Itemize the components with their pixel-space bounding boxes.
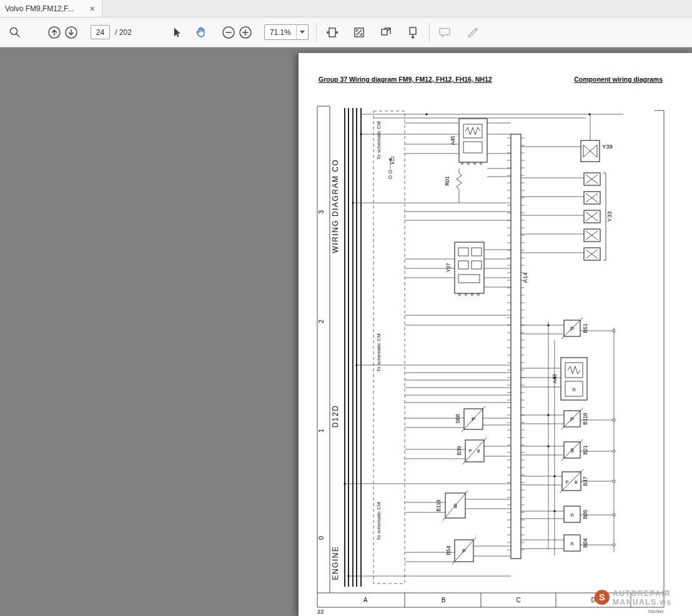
component-a45: A45 <box>450 119 487 165</box>
zoom-in-button[interactable] <box>237 24 254 41</box>
sensor-symbol-pressure: P <box>565 479 568 485</box>
toolbar-divider <box>316 23 317 42</box>
component-a14: A14 <box>507 134 528 559</box>
hand-tool-button[interactable] <box>194 24 210 41</box>
watermark-line2: MANUALS.ws <box>613 598 671 607</box>
row-number-2: 2 <box>317 320 325 323</box>
comment-button[interactable] <box>437 24 454 41</box>
scroll-mode-button[interactable] <box>405 24 422 41</box>
page-number-input[interactable] <box>91 25 110 39</box>
component-b21: θ B21 <box>561 439 588 461</box>
row-number-3: 3 <box>317 210 325 214</box>
component-label-y39: Y39 <box>602 143 613 150</box>
fit-page-icon <box>352 26 366 39</box>
engine-model-label: D12D <box>331 405 340 428</box>
tab-title: Volvo FM9,FM12,F... <box>5 4 84 13</box>
tab-bar: Volvo FM9,FM12,F... × <box>0 0 692 17</box>
watermark: S AUTOREPAIR MANUALS.ws <box>595 589 671 607</box>
margin-labels: 3 2 1 0 WIRING DIAGRAM CO D12D ENGINE <box>317 159 340 580</box>
component-r01: R01 <box>444 173 462 189</box>
sensor-symbol-temperature: θ <box>575 479 577 485</box>
schematic-ref-label: To schematic CM <box>376 502 382 540</box>
component-label-r01: R01 <box>444 176 450 186</box>
component-label-b05: B05 <box>582 509 588 519</box>
component-label-b21: B21 <box>582 445 588 454</box>
component-label-b37: B37 <box>582 476 588 486</box>
page-footer-number: 22 <box>317 608 324 615</box>
pdf-page: Group 37 Wiring diagram FM9, FM12, FH12,… <box>299 53 692 616</box>
chevron-down-icon <box>300 31 305 34</box>
document-viewport[interactable]: Group 37 Wiring diagram FM9, FM12, FH12,… <box>0 48 692 616</box>
sensor-symbol-temperature: θ <box>570 447 573 454</box>
component-label-y33: Y33 <box>606 212 613 222</box>
sign-button[interactable] <box>465 24 482 41</box>
component-y39: Y39 <box>581 140 613 162</box>
power-bus-lines <box>345 108 361 587</box>
wires-left <box>345 114 623 576</box>
arrow-down-circle-icon <box>64 26 78 39</box>
fit-width-button[interactable] <box>324 24 341 41</box>
component-b05: n B05 <box>564 506 588 522</box>
zone-letters: A B C D <box>363 597 596 604</box>
diagram-frame <box>317 106 664 607</box>
component-label-a45: A45 <box>450 135 456 145</box>
component-b118: P B118 <box>561 408 588 429</box>
component-label-b54: B54 <box>445 545 452 555</box>
sensor-symbol-speed: n <box>570 540 573 547</box>
component-label-a14: A14 <box>521 273 528 283</box>
pointer-icon <box>169 26 183 39</box>
fullscreen-icon <box>379 26 393 39</box>
fullscreen-button[interactable] <box>378 24 395 41</box>
component-label-b04: B04 <box>582 538 588 547</box>
zone-letter-a: A <box>363 597 368 604</box>
component-label-s68: S68 <box>455 414 461 423</box>
component-b54: P B54 <box>445 537 476 564</box>
search-icon <box>8 26 22 39</box>
component-y33: Y33 <box>584 173 613 260</box>
sensor-symbol-speed: n <box>570 512 573 518</box>
previous-page-button[interactable] <box>46 24 62 41</box>
plus-circle-icon <box>239 26 252 39</box>
schematic-ref-label: To schematic CM <box>376 333 382 372</box>
zoom-out-button[interactable] <box>220 24 237 41</box>
fit-width-icon <box>325 26 339 39</box>
zoom-level-select[interactable]: 71.1% <box>264 24 309 40</box>
schematic-boundary: To schematic CM To schematic CM To schem… <box>373 111 405 584</box>
zoom-level-value: 71.1% <box>265 28 296 37</box>
toolbar-divider <box>429 23 430 42</box>
diagram-title-vertical: WIRING DIAGRAM CO <box>331 159 340 253</box>
wiring-diagram: 3 2 1 0 WIRING DIAGRAM CO D12D ENGINE <box>299 53 692 616</box>
sensor-symbol-speed: n <box>572 386 575 393</box>
next-page-button[interactable] <box>62 24 79 41</box>
arrow-up-circle-icon <box>47 26 61 39</box>
component-b51: P B51 <box>561 318 588 339</box>
pdf-reader-window: Volvo FM9,FM12,F... × / 202 <box>0 0 692 616</box>
engine-label: ENGINE <box>331 545 340 580</box>
component-label-b51: B51 <box>582 323 588 333</box>
row-number-0: 0 <box>317 536 325 540</box>
component-a43: n A43 <box>551 358 587 400</box>
component-label-b119: B119 <box>435 499 442 511</box>
doc-code: T3017643 <box>648 610 663 614</box>
zoom-dropdown-button[interactable] <box>296 25 308 39</box>
connector-x12: X12 <box>389 156 396 178</box>
component-b39: P θ B39 <box>456 438 487 464</box>
hand-icon <box>194 25 209 40</box>
row-number-1: 1 <box>317 429 325 433</box>
component-label-a43: A43 <box>551 374 558 383</box>
fit-page-button[interactable] <box>351 24 368 41</box>
component-b119: θ B119 <box>435 491 468 521</box>
select-tool-button[interactable] <box>168 24 185 41</box>
toolbar: / 202 71.1% <box>0 17 692 47</box>
minus-circle-icon <box>222 26 235 39</box>
component-b37: P θ B37 <box>560 469 588 493</box>
search-button[interactable] <box>6 24 23 41</box>
zone-letter-b: B <box>442 597 446 604</box>
sensor-symbol-temperature: θ <box>477 448 480 454</box>
pencil-icon <box>466 25 481 40</box>
document-tab[interactable]: Volvo FM9,FM12,F... × <box>0 0 102 17</box>
watermark-line1: AUTOREPAIR <box>613 589 671 598</box>
component-label-b118: B118 <box>582 413 588 424</box>
tab-close-button[interactable]: × <box>88 4 97 14</box>
component-b04: n B04 <box>564 535 588 551</box>
